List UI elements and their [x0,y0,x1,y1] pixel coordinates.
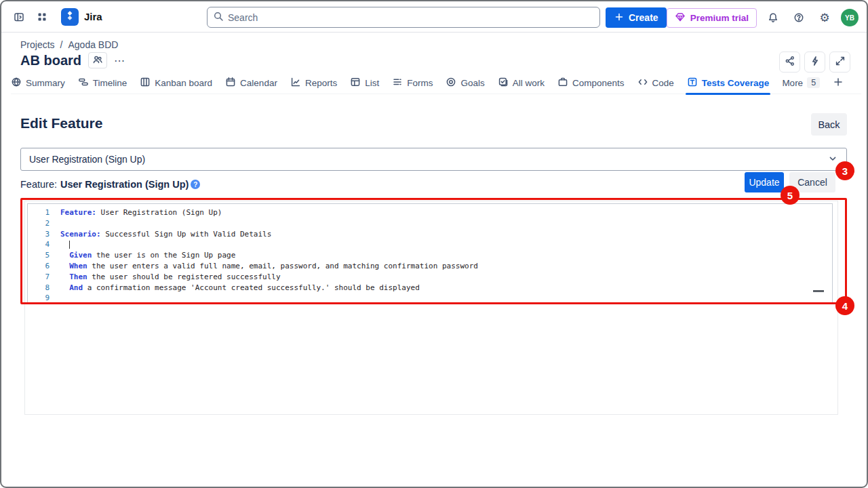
topbar-right-cluster: Premium trial ⚙ YB [667,7,859,28]
code-line[interactable]: When the user enters a valid full name, … [60,261,828,272]
top-navigation-bar: Jira Create Premium trial ⚙ YB [1,1,867,33]
bell-icon[interactable] [764,8,783,27]
annotation-badge-3: 3 [835,161,854,180]
section-title: Edit Feature [20,115,102,131]
calendar-icon [225,77,236,89]
globe-icon [11,77,22,89]
lightning-icon[interactable] [804,52,825,73]
components-icon [557,77,568,89]
search-input[interactable] [228,12,594,23]
expand-icon[interactable] [829,52,850,73]
code-line[interactable]: Then the user should be registered succe… [60,272,828,283]
line-number: 9 [28,293,50,304]
premium-trial-button[interactable]: Premium trial [667,8,757,28]
tab-summary[interactable]: Summary [11,72,65,94]
line-number: 7 [28,272,50,283]
gear-icon[interactable]: ⚙ [815,8,834,27]
breadcrumb: Projects / Agoda BDD [20,39,118,50]
back-button[interactable]: Back [811,113,847,136]
line-number: 3 [28,229,50,240]
tab-label: Goals [460,78,484,88]
line-number: 4 [28,239,50,250]
tab-calendar[interactable]: Calendar [225,72,277,94]
all-work-icon [498,77,509,89]
breadcrumb-project-name[interactable]: Agoda BDD [68,39,118,50]
feature-help-icon[interactable]: ? [191,180,200,189]
tab-all-work[interactable]: All work [498,72,545,94]
people-icon[interactable] [88,52,107,68]
code-line[interactable]: And a confirmation message 'Account crea… [60,283,828,293]
search-box[interactable] [207,7,600,28]
search-icon [213,11,224,24]
app-name: Jira [84,11,102,22]
active-tab-underline [686,93,771,95]
tab-tests-coverage[interactable]: Tests Coverage [687,72,770,94]
more-ellipsis-icon[interactable]: ⋯ [114,54,125,67]
feature-name: User Registration (Sign Up) [60,179,189,190]
editor-code-lines[interactable]: Feature: User Registration (Sign Up) Sce… [60,207,828,304]
avatar[interactable]: YB [841,9,859,26]
tab-kanban-board[interactable]: Kanban board [140,72,212,94]
code-line[interactable] [60,239,828,250]
tab-forms[interactable]: Forms [392,72,433,94]
tab-label: All work [513,78,545,88]
target-icon [446,77,456,89]
plus-icon [833,77,844,89]
tab-label: Kanban board [155,78,212,88]
editor-resize-handle[interactable] [813,290,824,292]
update-button[interactable]: Update [745,172,784,192]
plus-icon [614,12,625,24]
code-icon [637,77,648,89]
board-tab-bar: SummaryTimelineKanban boardCalendarRepor… [11,72,861,94]
gherkin-code-editor[interactable]: 123456789 Feature: User Registration (Si… [27,203,833,303]
text-cursor [69,241,70,249]
code-line[interactable]: Scenario: Successful Sign Up with Valid … [60,229,828,240]
tab-timeline[interactable]: Timeline [78,72,127,94]
jira-logo[interactable] [61,8,79,26]
tab-code[interactable]: Code [637,72,674,94]
create-button[interactable]: Create [606,7,667,28]
code-line[interactable]: Feature: User Registration (Sign Up) [60,207,828,218]
line-number: 1 [28,207,50,218]
sidebar-toggle-icon[interactable] [9,7,28,26]
tab-list[interactable]: List [350,72,379,94]
table-icon [350,77,361,89]
line-number: 5 [28,250,50,261]
timeline-icon [78,77,89,89]
tests-icon [687,77,698,89]
tab-label: Code [652,78,674,88]
tab-label: Components [572,78,625,88]
code-line[interactable]: Given the user is on the Sign Up page [60,250,828,261]
tab-more[interactable]: More5 [782,72,820,94]
feature-select-dropdown[interactable]: User Registration (Sign Up) [20,148,847,171]
kanban-icon [140,77,151,89]
app-switcher-icon[interactable] [33,7,52,26]
tab-label: List [365,78,379,88]
tab-label: Timeline [93,78,127,88]
board-title-row: AB board ⋯ [20,52,125,68]
tab-count-badge: 5 [807,77,820,88]
code-line[interactable] [60,293,828,304]
code-line[interactable] [60,218,828,229]
tab-label: Reports [305,78,337,88]
tab-add[interactable] [833,72,844,94]
tab-goals[interactable]: Goals [446,72,484,94]
tab-components[interactable]: Components [557,72,625,94]
help-icon[interactable] [789,8,808,27]
tab-label: Summary [26,78,65,88]
tab-label: More [782,78,803,88]
chart-icon [290,77,301,89]
share-icon[interactable] [779,52,800,73]
annotation-badge-5: 5 [781,186,800,205]
breadcrumb-separator: / [60,39,63,50]
annotation-badge-4: 4 [835,296,854,315]
tab-label: Calendar [240,78,277,88]
feature-select-value: User Registration (Sign Up) [29,154,145,165]
tab-label: Tests Coverage [702,78,770,88]
line-number: 6 [28,261,50,272]
breadcrumb-projects[interactable]: Projects [20,39,55,50]
chevron-down-icon [827,153,838,166]
tab-reports[interactable]: Reports [290,72,337,94]
board-actions [779,52,850,73]
editor-line-numbers: 123456789 [28,207,50,304]
